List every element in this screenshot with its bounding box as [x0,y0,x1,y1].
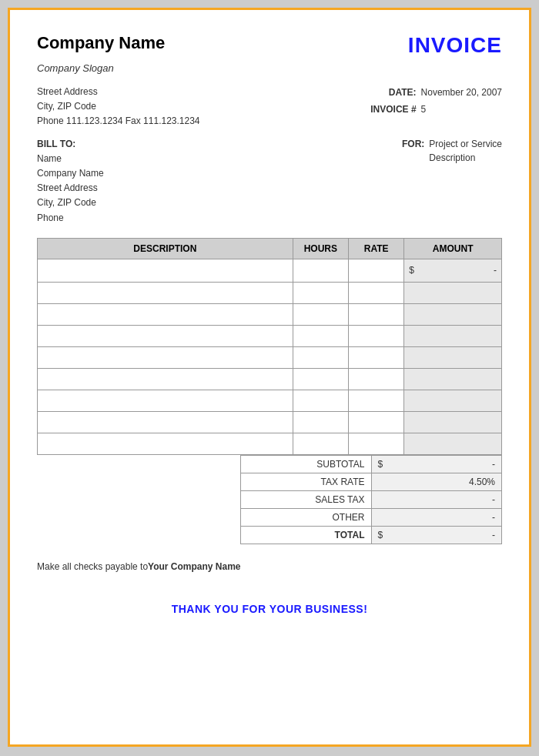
phone-fax: Phone 111.123.1234 Fax 111.123.1234 [37,114,200,129]
bill-to-company: Company Name [37,166,104,181]
checks-text: Make all checks payable to [37,561,148,572]
company-name: Company Name [37,33,165,53]
footer-checks: Make all checks payable toYour Company N… [37,561,502,572]
invoice-num-value: 5 [421,102,427,119]
rate-cell-6 [349,368,404,390]
subtotal-row: SUBTOTAL $- [241,455,502,473]
subtotal-value: $- [371,455,502,473]
info-section: Street Address City, ZIP Code Phone 111.… [37,85,502,129]
invoice-table: DESCRIPTION HOURS RATE AMOUNT $- [37,238,502,455]
tax-rate-value: 4.50% [371,473,502,490]
total-row: TOTAL $- [241,526,502,544]
tax-rate-label: TAX RATE [241,473,372,490]
table-row [38,411,502,433]
bill-to-block: BILL TO: Name Company Name Street Addres… [37,137,104,226]
rate-cell-1 [349,259,404,282]
amount-cell-6 [404,368,502,390]
hours-cell-1 [293,259,348,282]
desc-cell-6 [38,368,293,390]
subtotal-label: SUBTOTAL [241,455,372,473]
desc-cell-9 [38,433,293,454]
table-row [38,282,502,303]
invoice-page: Company Name INVOICE Company Slogan Stre… [8,8,531,747]
totals-section: SUBTOTAL $- TAX RATE 4.50% SALES TAX - O… [37,455,502,544]
rate-cell-7 [349,390,404,411]
rate-cell-2 [349,282,404,303]
hours-cell-4 [293,325,348,346]
rate-cell-3 [349,303,404,325]
hours-cell-7 [293,390,348,411]
amount-cell-4 [404,325,502,346]
checks-company: Your Company Name [148,561,240,572]
table-row [38,303,502,325]
for-row: FOR: Project or Service Description [363,137,502,165]
table-row: $- [38,259,502,282]
for-block: FOR: Project or Service Description [363,137,502,226]
bill-to-name: Name [37,152,104,166]
date-label: DATE: [355,85,417,102]
street-address: Street Address [37,85,200,99]
table-header-row: DESCRIPTION HOURS RATE AMOUNT [38,238,502,259]
sales-tax-row: SALES TAX - [241,490,502,508]
thank-you: THANK YOU FOR YOUR BUSINESS! [37,603,502,615]
rate-cell-4 [349,325,404,346]
company-slogan: Company Slogan [37,62,502,74]
for-value: Project or Service Description [429,137,502,165]
company-address: Street Address City, ZIP Code Phone 111.… [37,85,200,129]
amount-cell-5 [404,346,502,368]
date-block: DATE: November 20, 2007 INVOICE # 5 [355,85,502,129]
desc-cell-1 [38,259,293,282]
amount-cell-2 [404,282,502,303]
col-header-amount: AMOUNT [404,238,502,259]
city-zip: City, ZIP Code [37,99,200,114]
desc-cell-5 [38,346,293,368]
col-header-description: DESCRIPTION [38,238,293,259]
amount-cell-3 [404,303,502,325]
hours-cell-5 [293,346,348,368]
tax-rate-row: TAX RATE 4.50% [241,473,502,490]
bill-to-city-zip: City, ZIP Code [37,196,104,210]
table-row [38,433,502,454]
desc-cell-2 [38,282,293,303]
bill-to-phone: Phone [37,211,104,226]
table-row [38,368,502,390]
amount-cell-1: $- [404,259,502,282]
other-value: - [371,508,502,526]
bill-for-section: BILL TO: Name Company Name Street Addres… [37,137,502,226]
desc-cell-4 [38,325,293,346]
for-value-line2: Description [429,151,502,165]
date-value: November 20, 2007 [421,85,502,102]
table-row [38,346,502,368]
table-row [38,325,502,346]
bill-to-street: Street Address [37,181,104,196]
rate-cell-9 [349,433,404,454]
sales-tax-value: - [371,490,502,508]
hours-cell-9 [293,433,348,454]
totals-table: SUBTOTAL $- TAX RATE 4.50% SALES TAX - O… [240,455,502,544]
hours-cell-8 [293,411,348,433]
invoice-num-row: INVOICE # 5 [355,102,502,119]
desc-cell-7 [38,390,293,411]
sales-tax-label: SALES TAX [241,490,372,508]
other-row: OTHER - [241,508,502,526]
amount-cell-7 [404,390,502,411]
total-label: TOTAL [241,526,372,544]
hours-cell-2 [293,282,348,303]
rate-cell-5 [349,346,404,368]
header: Company Name INVOICE [37,33,502,58]
col-header-rate: RATE [349,238,404,259]
hours-cell-3 [293,303,348,325]
table-row [38,390,502,411]
date-row: DATE: November 20, 2007 [355,85,502,102]
for-value-line1: Project or Service [429,137,502,151]
bill-to-label: BILL TO: [37,137,104,152]
desc-cell-8 [38,411,293,433]
invoice-num-label: INVOICE # [355,102,417,119]
total-value: $- [371,526,502,544]
invoice-title: INVOICE [408,33,502,58]
amount-cell-8 [404,411,502,433]
amount-cell-9 [404,433,502,454]
desc-cell-3 [38,303,293,325]
col-header-hours: HOURS [293,238,348,259]
hours-cell-6 [293,368,348,390]
